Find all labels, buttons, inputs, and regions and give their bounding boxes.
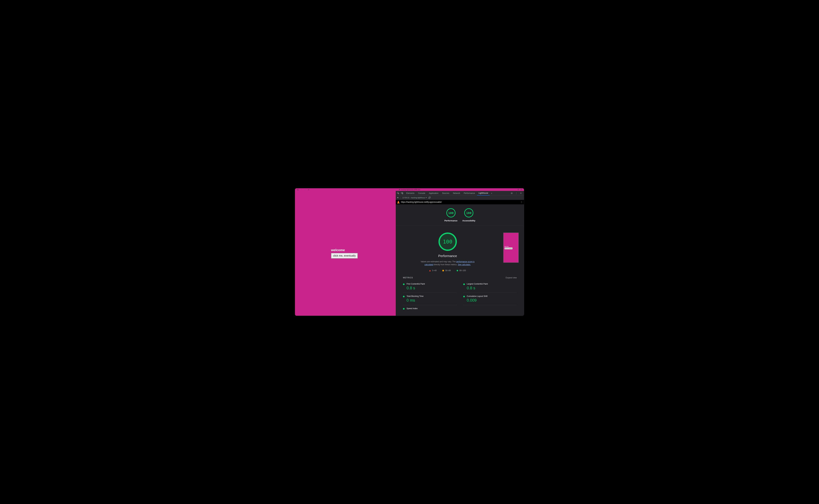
legend-fail: 0–49 <box>429 269 437 272</box>
metric-cls[interactable]: Cumulative Layout Shift 0.009 <box>463 293 517 305</box>
titlebar-right-group <box>518 189 522 190</box>
legend-pass: 90–100 <box>457 269 466 272</box>
rendered-page: welcome click me, eventually <box>295 191 396 316</box>
thumb-button: click me, eventually <box>505 247 513 249</box>
gauge-performance-score: 100 <box>447 208 456 217</box>
browser-titlebar: ‹ › ⟳ hacking-lighthouse.netlify.app <box>295 188 524 191</box>
tab-lighthouse[interactable]: Lighthouse <box>477 191 490 196</box>
screenshot-thumbnail-column: welcome click me, eventually <box>501 233 521 272</box>
metric-fcp[interactable]: First Contentful Paint 0.8 s <box>403 280 457 293</box>
tab-console[interactable]: Console <box>417 191 427 195</box>
metrics-header: METRICS Expand view <box>396 275 524 280</box>
metric-name: Total Blocking Time <box>406 295 424 297</box>
forward-icon[interactable]: › <box>304 189 306 190</box>
gauge-accessibility-label: Accessibility <box>463 219 476 222</box>
legend-warn: 50–89 <box>443 269 451 272</box>
new-report-icon[interactable]: + <box>397 196 398 199</box>
pass-dot-icon <box>403 283 404 285</box>
metric-name: First Contentful Paint <box>406 283 425 285</box>
link-icon <box>399 189 400 190</box>
gauge-performance-label: Performance <box>445 219 457 222</box>
desc-text-2: directly from these metrics. <box>433 263 458 266</box>
close-devtools-icon[interactable]: ✕ <box>520 192 522 195</box>
gauge-accessibility[interactable]: 100 Accessibility <box>463 208 476 222</box>
gauge-performance[interactable]: 100 Performance <box>445 208 457 222</box>
main-gauge-column: 100 Performance Values are estimated and… <box>399 233 496 272</box>
metrics-title: METRICS <box>403 277 413 279</box>
desc-text-1: Values are estimated and may vary. The <box>421 261 456 263</box>
big-gauge-title: Performance <box>438 254 457 258</box>
gauge-description: Values are estimated and may vary. The p… <box>420 260 476 266</box>
metric-value: 0.009 <box>467 298 488 303</box>
report-dropdown-label: 12:59:22 - hacking-lighthous <box>402 197 425 199</box>
metric-lcp[interactable]: Largest Contentful Paint 0.8 s <box>463 280 517 293</box>
pass-dot-icon <box>463 296 465 297</box>
svg-rect-0 <box>297 189 298 190</box>
metric-name: Speed Index <box>406 307 418 310</box>
device-toggle-icon[interactable] <box>400 192 403 195</box>
expand-view-toggle[interactable]: Expand view <box>506 277 517 279</box>
reload-icon[interactable]: ⟳ <box>308 189 309 190</box>
svg-rect-3 <box>521 189 522 190</box>
metric-tbt[interactable]: Total Blocking Time 0 ms <box>403 293 457 305</box>
main-gauge-section: 100 Performance Values are estimated and… <box>396 226 524 275</box>
tab-network[interactable]: Network <box>451 191 462 195</box>
report-menu-icon[interactable]: ⋮ <box>521 201 523 203</box>
sidebar-toggle-icon[interactable] <box>297 189 298 190</box>
metric-name: Largest Contentful Paint <box>467 283 488 285</box>
legend-pass-label: 90–100 <box>460 269 466 272</box>
metrics-grid: First Contentful Paint 0.8 s Largest Con… <box>396 280 524 316</box>
tab-sources[interactable]: Sources <box>441 191 451 195</box>
page-heading: welcome <box>331 248 396 252</box>
pass-dot-icon <box>463 283 465 285</box>
tabs-icon[interactable] <box>521 189 522 190</box>
settings-icon[interactable] <box>510 192 513 195</box>
svg-point-7 <box>512 193 512 193</box>
report-urlbar: https://hacking-lighthouse.netlify.app/u… <box>396 200 524 204</box>
gauge-accessibility-score: 100 <box>464 208 474 217</box>
clear-icon[interactable] <box>428 196 431 199</box>
report-dropdown[interactable]: 12:59:22 - hacking-lighthous ▾ <box>402 196 427 199</box>
app-window: ‹ › ⟳ hacking-lighthouse.netlify.app wel… <box>295 188 524 316</box>
gauge-row: 100 Performance 100 Accessibility <box>396 204 524 226</box>
metric-value: 0.8 s <box>467 286 488 290</box>
tab-application[interactable]: Application <box>427 191 440 195</box>
square-icon <box>443 270 444 271</box>
circle-icon <box>457 270 458 271</box>
legend-fail-label: 0–49 <box>432 269 437 272</box>
report-url: https://hacking-lighthouse.netlify.app/u… <box>401 201 442 203</box>
devtools-tabbar: Elements Console Application Sources Net… <box>396 191 524 196</box>
page-button[interactable]: click me, eventually <box>331 253 358 259</box>
lighthouse-report[interactable]: 100 Performance 100 Accessibility 100 Pe… <box>396 204 524 316</box>
score-legend: 0–49 50–89 90–100 <box>429 269 466 272</box>
kebab-icon[interactable]: ⋮ <box>515 192 518 195</box>
tab-elements[interactable]: Elements <box>404 191 416 195</box>
tab-performance[interactable]: Performance <box>462 191 477 195</box>
inspect-icon[interactable] <box>397 192 400 195</box>
titlebar-nav-group: ‹ › ⟳ <box>297 189 309 190</box>
thumb-heading: welcome <box>505 246 518 247</box>
pass-dot-icon <box>403 308 404 310</box>
lighthouse-logo-icon <box>397 201 400 203</box>
big-gauge-score: 100 <box>439 233 457 251</box>
metric-value: 0.8 s <box>406 286 425 290</box>
calculator-link[interactable]: See calculator. <box>458 263 471 266</box>
metric-name: Cumulative Layout Shift <box>467 295 488 297</box>
more-tabs-icon[interactable]: » <box>490 192 493 195</box>
devtools-panel: Elements Console Application Sources Net… <box>396 191 524 316</box>
chevron-down-icon: ▾ <box>426 196 427 199</box>
titlebar-hostname: hacking-lighthouse.netlify.app <box>401 189 420 190</box>
triangle-icon <box>429 270 431 271</box>
metric-value: 0 ms <box>406 298 424 303</box>
lighthouse-toolbar: + | 12:59:22 - hacking-lighthous ▾ <box>396 196 524 200</box>
content-split: welcome click me, eventually Elements Co… <box>295 191 524 316</box>
screenshot-thumbnail[interactable]: welcome click me, eventually <box>503 233 519 263</box>
back-icon[interactable]: ‹ <box>300 189 302 190</box>
legend-warn-label: 50–89 <box>445 269 451 272</box>
share-icon[interactable] <box>518 189 519 190</box>
titlebar-address[interactable]: hacking-lighthouse.netlify.app <box>399 189 420 190</box>
metric-si[interactable]: Speed Index <box>403 305 457 313</box>
pass-dot-icon <box>403 296 404 297</box>
